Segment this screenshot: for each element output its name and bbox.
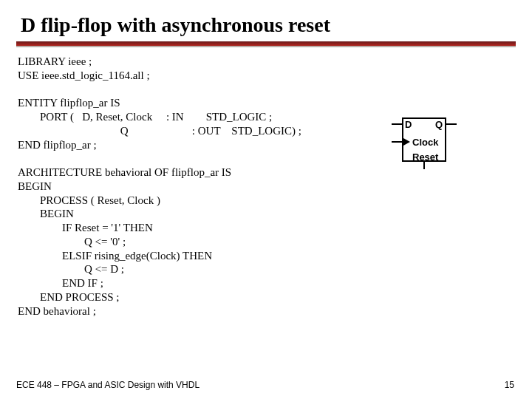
flipflop-diagram: D Q Clock Reset [390,115,458,169]
vhdl-code-block: LIBRARY ieee ; USE ieee.std_logic_1164.a… [0,47,532,318]
label-q: Q [435,119,443,130]
wire-reset [423,162,425,169]
label-clock: Clock [412,137,438,148]
page-number: 15 [505,380,514,390]
footer-text: ECE 448 – FPGA and ASIC Design with VHDL [16,380,200,390]
wire-d [392,123,402,125]
wire-clock [392,141,402,143]
label-d: D [405,119,412,130]
label-reset: Reset [412,151,438,163]
slide-title: D flip-flop with asynchronous reset [0,0,532,37]
wire-q [446,123,457,125]
clock-edge-icon [403,138,410,146]
